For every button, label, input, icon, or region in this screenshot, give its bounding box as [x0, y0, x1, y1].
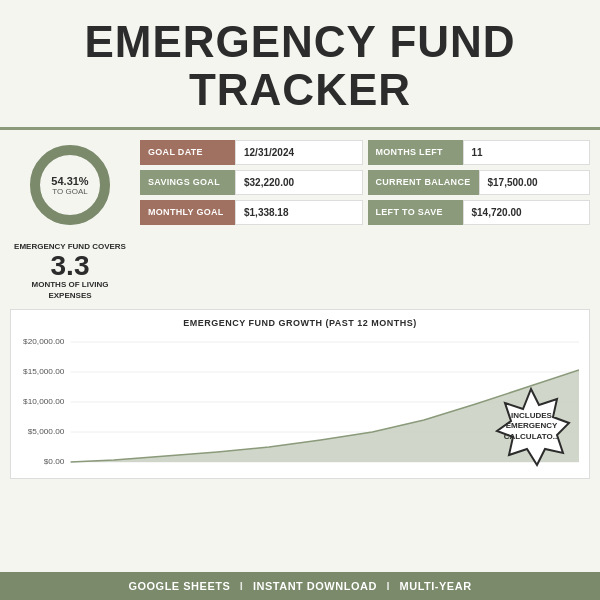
goal-date-value: 12/31/2024: [235, 140, 363, 165]
footer-item-2: INSTANT DOWNLOAD: [253, 580, 377, 592]
left-to-save-value: $14,720.00: [463, 200, 591, 225]
right-panel: GOAL DATE 12/31/2024 MONTHS LEFT 11 SAVI…: [140, 140, 590, 301]
months-left-value: 11: [463, 140, 591, 165]
starburst-badge: INCLUDES EMERGENCY CALCULATO...: [489, 387, 574, 467]
chart-title: EMERGENCY FUND GROWTH (PAST 12 MONTHS): [21, 318, 579, 328]
stat-goal-date: GOAL DATE 12/31/2024: [140, 140, 363, 165]
footer-item-3: MULTI-YEAR: [400, 580, 472, 592]
stat-savings-goal: SAVINGS GOAL $32,220.00: [140, 170, 363, 195]
goal-date-label: GOAL DATE: [140, 140, 235, 165]
savings-goal-label: SAVINGS GOAL: [140, 170, 235, 195]
svg-text:$0.00: $0.00: [44, 457, 65, 466]
efund-covers: EMERGENCY FUND COVERS 3.3 MONTHS OF LIVI…: [10, 242, 130, 301]
donut-chart: 54.31% TO GOAL: [25, 140, 115, 230]
stats-row-2: SAVINGS GOAL $32,220.00 CURRENT BALANCE …: [140, 170, 590, 195]
months-left-label: MONTHS LEFT: [368, 140, 463, 165]
donut-label: 54.31% TO GOAL: [51, 174, 88, 195]
current-balance-value: $17,500.00: [479, 170, 591, 195]
covers-subtitle: MONTHS OF LIVING EXPENSES: [10, 280, 130, 301]
stat-monthly-goal: MONTHLY GOAL $1,338.18: [140, 200, 363, 225]
current-balance-label: CURRENT BALANCE: [368, 170, 479, 195]
monthly-goal-label: MONTHLY GOAL: [140, 200, 235, 225]
footer-sep-1: I: [240, 580, 244, 592]
footer-item-1: GOOGLE SHEETS: [128, 580, 230, 592]
page-title: EMERGENCY FUND TRACKER: [10, 18, 590, 115]
svg-text:$5,000.00: $5,000.00: [28, 427, 65, 436]
chart-area: $20,000.00 $15,000.00 $10,000.00 $5,000.…: [21, 332, 579, 472]
footer: GOOGLE SHEETS I INSTANT DOWNLOAD I MULTI…: [0, 572, 600, 600]
svg-text:$15,000.00: $15,000.00: [23, 367, 65, 376]
monthly-goal-value: $1,338.18: [235, 200, 363, 225]
svg-text:$10,000.00: $10,000.00: [23, 397, 65, 406]
stats-row-1: GOAL DATE 12/31/2024 MONTHS LEFT 11: [140, 140, 590, 165]
chart-section: EMERGENCY FUND GROWTH (PAST 12 MONTHS) $…: [10, 309, 590, 479]
left-panel: 54.31% TO GOAL EMERGENCY FUND COVERS 3.3…: [10, 140, 130, 301]
main-content: 54.31% TO GOAL EMERGENCY FUND COVERS 3.3…: [0, 130, 600, 301]
header: EMERGENCY FUND TRACKER: [0, 0, 600, 130]
stat-current-balance: CURRENT BALANCE $17,500.00: [368, 170, 591, 195]
covers-value: 3.3: [10, 252, 130, 280]
badge-text: INCLUDES EMERGENCY CALCULATO...: [504, 411, 560, 442]
left-to-save-label: LEFT TO SAVE: [368, 200, 463, 225]
stat-left-to-save: LEFT TO SAVE $14,720.00: [368, 200, 591, 225]
stat-months-left: MONTHS LEFT 11: [368, 140, 591, 165]
stats-row-3: MONTHLY GOAL $1,338.18 LEFT TO SAVE $14,…: [140, 200, 590, 225]
footer-sep-2: I: [386, 580, 390, 592]
savings-goal-value: $32,220.00: [235, 170, 363, 195]
svg-text:$20,000.00: $20,000.00: [23, 337, 65, 346]
